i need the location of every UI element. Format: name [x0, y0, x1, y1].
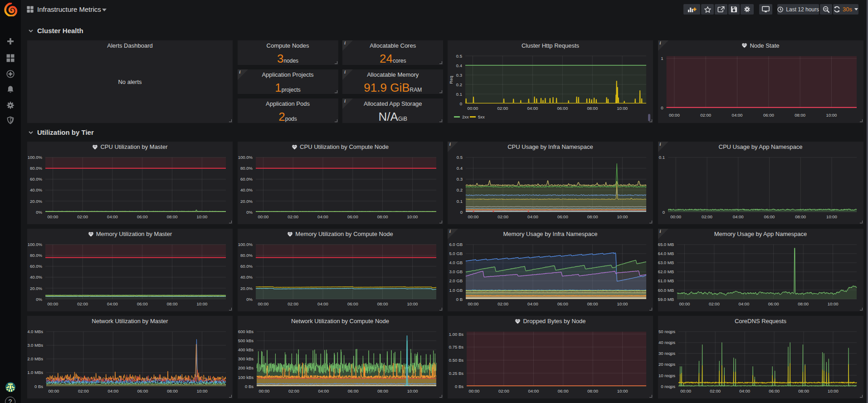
svg-text:06:00: 06:00	[137, 214, 148, 219]
svg-text:0 Bs: 0 Bs	[34, 384, 43, 389]
svg-text:02:00: 02:00	[498, 388, 509, 393]
svg-text:08:00: 08:00	[795, 113, 805, 118]
svg-text:08:00: 08:00	[798, 388, 809, 393]
svg-text:0.2: 0.2	[456, 82, 462, 87]
svg-text:02:00: 02:00	[497, 105, 508, 110]
svg-text:65.0 MB: 65.0 MB	[658, 242, 674, 247]
svg-text:02:00: 02:00	[497, 214, 508, 219]
svg-text:02:00: 02:00	[710, 388, 721, 393]
svg-text:60.0 MB: 60.0 MB	[658, 288, 674, 293]
svg-text:10:00: 10:00	[197, 214, 208, 219]
svg-text:3.0 MBs: 3.0 MBs	[27, 343, 43, 348]
svg-text:02:00: 02:00	[77, 214, 88, 219]
svg-text:40 reqps: 40 reqps	[658, 340, 675, 345]
svg-text:5xx: 5xx	[478, 114, 485, 119]
svg-text:00:00: 00:00	[258, 388, 269, 393]
svg-text:0.25 Bs: 0.25 Bs	[449, 371, 463, 376]
svg-text:61.0 MB: 61.0 MB	[658, 278, 674, 283]
svg-text:02:00: 02:00	[288, 388, 299, 393]
svg-text:08:00: 08:00	[798, 301, 809, 306]
svg-text:08:00: 08:00	[377, 214, 388, 219]
svg-text:08:00: 08:00	[167, 301, 178, 306]
svg-text:04:00: 04:00	[527, 214, 538, 219]
svg-text:04:00: 04:00	[107, 388, 118, 393]
svg-text:02:00: 02:00	[700, 113, 711, 118]
svg-text:6.0 GB: 6.0 GB	[449, 242, 463, 247]
svg-text:10:00: 10:00	[617, 214, 628, 219]
svg-text:06:00: 06:00	[557, 301, 568, 306]
svg-text:1: 1	[661, 56, 663, 61]
svg-text:02:00: 02:00	[288, 214, 298, 219]
svg-text:0.2: 0.2	[457, 187, 463, 192]
svg-text:06:00: 06:00	[347, 388, 358, 393]
svg-text:06:00: 06:00	[768, 301, 779, 306]
svg-text:02:00: 02:00	[78, 388, 89, 393]
svg-text:04:00: 04:00	[317, 214, 328, 219]
svg-text:08:00: 08:00	[587, 301, 598, 306]
svg-text:10:00: 10:00	[828, 388, 839, 393]
svg-text:08:00: 08:00	[377, 301, 388, 306]
svg-text:02:00: 02:00	[702, 214, 712, 219]
svg-text:0.1: 0.1	[457, 199, 463, 204]
svg-text:40.0%: 40.0%	[30, 275, 42, 280]
svg-text:3.0 GB: 3.0 GB	[449, 269, 463, 274]
svg-text:06:00: 06:00	[347, 301, 358, 306]
svg-text:80.0%: 80.0%	[240, 166, 253, 171]
svg-text:04:00: 04:00	[528, 388, 539, 393]
svg-text:08:00: 08:00	[587, 105, 598, 110]
svg-text:80.0%: 80.0%	[240, 253, 253, 258]
svg-text:1.0 MBs: 1.0 MBs	[27, 370, 43, 375]
svg-text:600 kBs: 600 kBs	[238, 329, 254, 334]
svg-text:0.50 Bs: 0.50 Bs	[449, 358, 463, 363]
svg-text:0 B: 0 B	[456, 297, 463, 302]
svg-text:64.0 MB: 64.0 MB	[658, 251, 674, 256]
svg-text:4.0 MBs: 4.0 MBs	[27, 329, 43, 334]
svg-text:60.0%: 60.0%	[30, 264, 42, 269]
svg-text:10:00: 10:00	[197, 388, 208, 393]
svg-text:40.0%: 40.0%	[240, 187, 253, 192]
svg-text:0%: 0%	[246, 297, 253, 302]
svg-text:00:00: 00:00	[680, 388, 691, 393]
svg-text:20.0%: 20.0%	[240, 199, 253, 204]
svg-text:5.0 GB: 5.0 GB	[449, 251, 463, 256]
svg-text:06:00: 06:00	[764, 214, 775, 219]
svg-text:Req: Req	[449, 76, 454, 84]
svg-text:04:00: 04:00	[527, 105, 538, 110]
svg-text:08:00: 08:00	[587, 214, 598, 219]
svg-text:30 reqps: 30 reqps	[658, 351, 675, 356]
svg-text:00:00: 00:00	[469, 388, 480, 393]
svg-text:08:00: 08:00	[167, 388, 178, 393]
svg-text:06:00: 06:00	[137, 388, 148, 393]
svg-text:10:00: 10:00	[827, 301, 838, 306]
svg-text:04:00: 04:00	[318, 388, 329, 393]
svg-text:59.0 MB: 59.0 MB	[658, 297, 674, 302]
svg-text:60.0%: 60.0%	[30, 177, 42, 182]
svg-text:1.0 GB: 1.0 GB	[449, 288, 463, 293]
svg-text:0.5: 0.5	[457, 155, 463, 160]
svg-text:0.75 Bs: 0.75 Bs	[449, 344, 463, 349]
svg-text:0: 0	[460, 101, 462, 106]
svg-text:400 kBs: 400 kBs	[238, 347, 254, 352]
svg-text:300 kBs: 300 kBs	[238, 356, 254, 361]
svg-text:04:00: 04:00	[739, 388, 750, 393]
svg-text:80.0%: 80.0%	[30, 166, 42, 171]
svg-text:0%: 0%	[36, 210, 42, 215]
svg-text:06:00: 06:00	[557, 105, 568, 110]
svg-text:10:00: 10:00	[407, 301, 418, 306]
svg-text:04:00: 04:00	[317, 301, 328, 306]
svg-text:60.0%: 60.0%	[240, 264, 253, 269]
svg-text:02:00: 02:00	[77, 301, 88, 306]
svg-text:10 reqps: 10 reqps	[658, 373, 675, 378]
svg-text:0%: 0%	[246, 210, 253, 215]
svg-text:02:00: 02:00	[288, 301, 298, 306]
svg-text:100.0%: 100.0%	[28, 155, 43, 160]
svg-text:200 kBs: 200 kBs	[238, 365, 254, 370]
svg-text:0 reqps: 0 reqps	[661, 384, 675, 389]
svg-text:00:00: 00:00	[258, 214, 268, 219]
svg-text:04:00: 04:00	[527, 301, 538, 306]
svg-text:20.0%: 20.0%	[240, 286, 253, 291]
svg-text:04:00: 04:00	[107, 301, 118, 306]
svg-text:10:00: 10:00	[617, 301, 628, 306]
svg-text:0 Bs: 0 Bs	[244, 384, 253, 389]
svg-text:50 reqps: 50 reqps	[658, 329, 675, 334]
